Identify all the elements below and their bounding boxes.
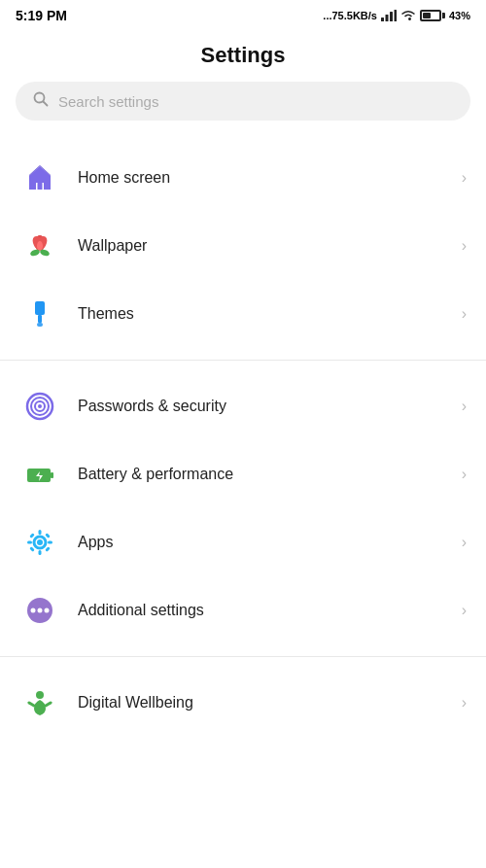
additional-settings-chevron: › (462, 602, 467, 619)
svg-rect-3 (394, 10, 397, 21)
search-placeholder-text: Search settings (58, 93, 158, 110)
svg-line-5 (44, 102, 48, 106)
digital-wellbeing-icon (19, 682, 60, 723)
svg-rect-15 (38, 315, 42, 323)
search-bar[interactable]: Search settings (16, 82, 470, 121)
svg-rect-29 (29, 533, 35, 538)
svg-rect-0 (381, 17, 384, 21)
svg-rect-14 (35, 301, 45, 315)
divider-2 (0, 656, 486, 657)
additional-settings-label: Additional settings (78, 602, 444, 619)
battery-performance-label: Battery & performance (78, 466, 444, 483)
home-screen-label: Home screen (78, 169, 444, 187)
settings-item-digital-wellbeing[interactable]: Digital Wellbeing › (0, 669, 486, 737)
home-screen-chevron: › (462, 169, 467, 187)
themes-icon (19, 294, 60, 334)
battery-performance-icon (19, 454, 60, 495)
svg-rect-28 (48, 541, 52, 544)
status-bar: 5:19 PM ...75.5KB/s 43% (0, 0, 486, 27)
svg-rect-22 (51, 472, 53, 478)
svg-point-11 (37, 241, 43, 251)
section-system: Passwords & security › Battery & perform… (0, 368, 486, 648)
svg-point-35 (38, 608, 43, 613)
section-appearance: Home screen › Wallpaper › (0, 140, 486, 352)
svg-rect-25 (39, 530, 42, 535)
network-speed: ...75.5KB/s (323, 10, 377, 21)
home-screen-icon (19, 157, 60, 198)
svg-point-37 (36, 691, 44, 699)
settings-item-additional-settings[interactable]: Additional settings › (0, 576, 486, 644)
apps-label: Apps (78, 534, 444, 551)
wallpaper-chevron: › (462, 237, 467, 255)
settings-item-battery-performance[interactable]: Battery & performance › (0, 440, 486, 508)
settings-item-apps[interactable]: Apps › (0, 508, 486, 576)
settings-item-home-screen[interactable]: Home screen › (0, 144, 486, 212)
svg-line-38 (29, 703, 34, 706)
signal-icon (381, 10, 397, 21)
passwords-security-icon (19, 386, 60, 427)
divider-1 (0, 360, 486, 361)
themes-label: Themes (78, 305, 444, 323)
svg-rect-30 (45, 533, 51, 538)
settings-item-themes[interactable]: Themes › (0, 280, 486, 348)
settings-item-wallpaper[interactable]: Wallpaper › (0, 212, 486, 280)
settings-item-passwords-security[interactable]: Passwords & security › (0, 372, 486, 440)
digital-wellbeing-chevron: › (462, 694, 467, 712)
apps-icon (19, 522, 60, 563)
svg-rect-31 (29, 546, 35, 552)
digital-wellbeing-label: Digital Wellbeing (78, 694, 444, 712)
svg-point-34 (31, 608, 36, 613)
svg-rect-6 (38, 183, 43, 190)
page-title: Settings (0, 27, 486, 82)
svg-point-36 (45, 608, 50, 613)
svg-rect-2 (390, 12, 393, 21)
battery-percent: 43% (449, 10, 470, 21)
wifi-icon (400, 10, 416, 21)
battery-performance-chevron: › (462, 466, 467, 483)
svg-rect-32 (45, 546, 51, 552)
apps-chevron: › (462, 534, 467, 551)
section-wellbeing: Digital Wellbeing › (0, 665, 486, 741)
additional-settings-icon (19, 590, 60, 631)
passwords-security-label: Passwords & security (78, 398, 444, 415)
status-time: 5:19 PM (16, 8, 67, 23)
svg-rect-1 (385, 15, 388, 21)
search-container: Search settings (0, 82, 486, 140)
wallpaper-icon (19, 226, 60, 266)
svg-rect-16 (37, 323, 43, 327)
battery-indicator (420, 10, 445, 21)
svg-point-20 (38, 404, 42, 408)
passwords-security-chevron: › (462, 398, 467, 415)
svg-rect-27 (27, 541, 32, 544)
themes-chevron: › (462, 305, 467, 323)
wallpaper-label: Wallpaper (78, 237, 444, 255)
search-icon (33, 91, 49, 111)
svg-point-24 (37, 539, 43, 545)
status-right: ...75.5KB/s 43% (323, 10, 470, 21)
svg-rect-26 (39, 550, 42, 555)
svg-line-39 (46, 703, 51, 706)
